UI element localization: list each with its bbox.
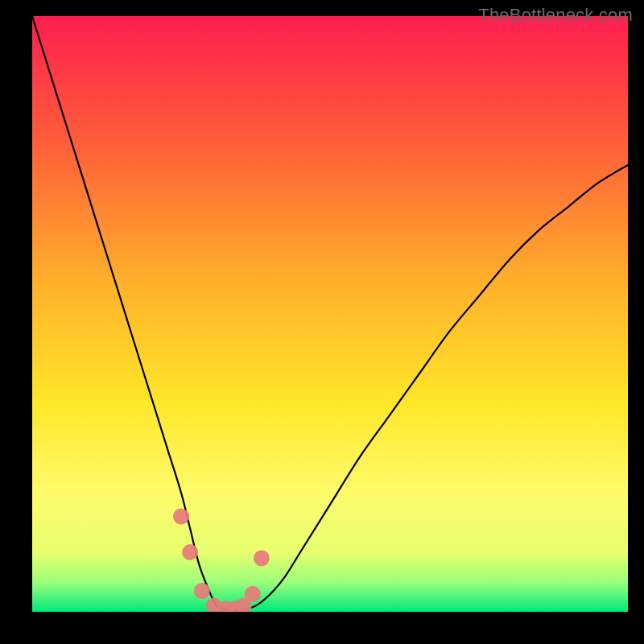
chart-svg <box>32 16 628 612</box>
chart-frame: TheBottleneck.com <box>0 0 644 644</box>
marker-dot <box>194 583 210 599</box>
gradient-background <box>32 16 628 612</box>
watermark-text: TheBottleneck.com <box>478 5 633 26</box>
marker-dot <box>173 509 189 525</box>
marker-dot <box>245 586 261 602</box>
marker-dot <box>182 544 198 560</box>
plot-area <box>32 16 628 612</box>
marker-dot <box>254 550 270 566</box>
